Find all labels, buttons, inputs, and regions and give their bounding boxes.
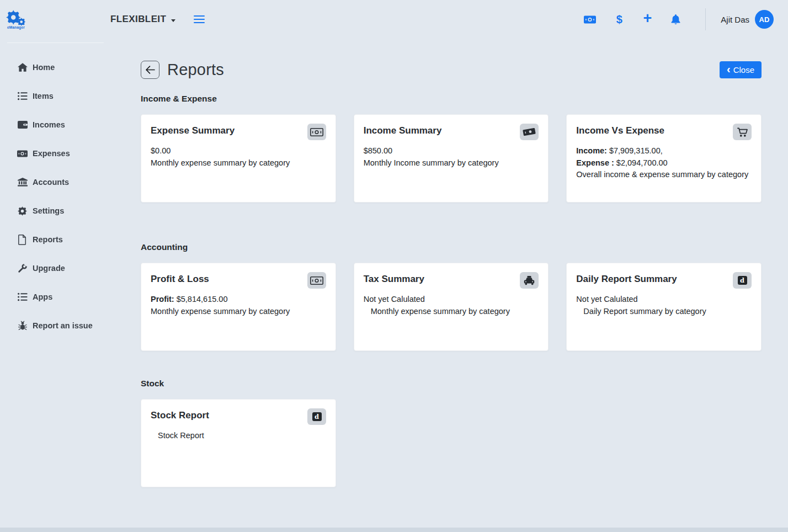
card-line: Not yet Calulated bbox=[364, 294, 539, 306]
back-button[interactable] bbox=[141, 61, 159, 79]
sidebar-item-incomes[interactable]: Incomes bbox=[0, 110, 110, 139]
report-card-tax-summary[interactable]: Tax SummaryNot yet CalulatedMonthly expe… bbox=[354, 263, 549, 351]
sidebar-item-items[interactable]: Items bbox=[0, 82, 110, 110]
sidebar-item-settings[interactable]: Settings bbox=[0, 196, 110, 225]
section-accounting: AccountingProfit & LossProfit: $5,814,61… bbox=[141, 242, 762, 351]
sidebar-item-apps[interactable]: Apps bbox=[0, 283, 110, 311]
plus-icon[interactable]: + bbox=[642, 13, 652, 26]
card-line: Monthly Income summary by category bbox=[364, 157, 539, 169]
page-header: Reports ‹ Close bbox=[141, 61, 762, 79]
card-line: $850.00 bbox=[364, 145, 539, 157]
card-body: Income: $7,909,315.00,Expense : $2,094,7… bbox=[576, 145, 752, 181]
card-title: Income Vs Expense bbox=[576, 124, 664, 136]
topbar-divider bbox=[705, 8, 706, 30]
card-line: Daily Report summary by category bbox=[576, 306, 752, 318]
card-title: Expense Summary bbox=[151, 124, 235, 136]
caret-down-icon bbox=[171, 19, 175, 22]
card-head: Profit & Loss bbox=[151, 272, 326, 289]
card-line: Not yet Calulated bbox=[576, 294, 752, 306]
sidebar-item-label: Settings bbox=[33, 205, 64, 216]
brand-name: FLEXIBLEIT bbox=[110, 14, 166, 25]
sidebar-item-label: Home bbox=[33, 62, 55, 73]
sidebar-nav: HomeItemsIncomesExpensesAccountsSettings… bbox=[0, 43, 110, 340]
d-icon: d bbox=[307, 408, 326, 425]
money-tilt-icon bbox=[520, 124, 539, 140]
section-title: Accounting bbox=[141, 242, 762, 252]
sidebar-item-label: Incomes bbox=[33, 119, 65, 130]
file-icon bbox=[17, 235, 28, 245]
user-name: Ajit Das bbox=[721, 15, 749, 24]
card-head: Income Summary bbox=[364, 124, 539, 140]
card-line: Income: $7,909,315.00, bbox=[576, 145, 752, 157]
card-body: Not yet CalulatedMonthly expense summary… bbox=[364, 294, 539, 317]
hamburger-menu-icon[interactable] bbox=[194, 15, 205, 23]
sidebar-item-reports[interactable]: Reports bbox=[0, 225, 110, 254]
report-card-expense-summary[interactable]: Expense Summary$0.00Monthly expense summ… bbox=[141, 114, 336, 203]
section-title: Stock bbox=[141, 379, 762, 389]
app-logo[interactable]: eManager bbox=[6, 10, 26, 29]
sidebar-item-label: Accounts bbox=[33, 177, 69, 188]
sidebar-item-accounts[interactable]: Accounts bbox=[0, 168, 110, 196]
card-head: Expense Summary bbox=[151, 124, 326, 140]
card-line: $0.00 bbox=[151, 145, 326, 157]
report-card-income-vs-expense[interactable]: Income Vs ExpenseIncome: $7,909,315.00,E… bbox=[566, 114, 762, 203]
close-button-label: Close bbox=[733, 65, 754, 75]
card-head: Tax Summary bbox=[364, 272, 539, 289]
chevron-left-icon: ‹ bbox=[727, 63, 731, 75]
card-title: Daily Report Summary bbox=[576, 272, 677, 285]
card-body: Stock Report bbox=[151, 430, 326, 442]
bank-icon bbox=[17, 178, 28, 187]
card-body: Not yet CalulatedDaily Report summary by… bbox=[576, 294, 752, 317]
list-icon bbox=[17, 92, 28, 100]
card-title: Income Summary bbox=[364, 124, 442, 136]
money-outline-icon bbox=[307, 124, 326, 140]
wrench-icon bbox=[17, 263, 28, 273]
cart-icon bbox=[733, 124, 752, 140]
report-card-stock-report[interactable]: Stock ReportdStock Report bbox=[141, 399, 336, 487]
topbar-left: eManager bbox=[0, 10, 110, 29]
sidebar-item-report-an-issue[interactable]: Report an issue bbox=[0, 311, 110, 340]
main-content: Reports ‹ Close Income & ExpenseExpense … bbox=[110, 39, 788, 487]
report-card-profit-loss[interactable]: Profit & LossProfit: $5,814,615.00Monthl… bbox=[141, 263, 336, 351]
bug-icon bbox=[17, 321, 28, 331]
card-line: Monthly expense summary by category bbox=[364, 306, 539, 318]
card-head: Stock Reportd bbox=[151, 408, 326, 425]
brand-dropdown[interactable]: FLEXIBLEIT bbox=[110, 14, 175, 25]
bottom-scrollbar-track[interactable] bbox=[0, 528, 788, 532]
close-button[interactable]: ‹ Close bbox=[720, 61, 762, 78]
section-stock: StockStock ReportdStock Report bbox=[141, 379, 762, 487]
money-icon bbox=[17, 150, 28, 158]
topbar-right: $+ Ajit Das AD bbox=[584, 8, 788, 30]
sidebar-item-upgrade[interactable]: Upgrade bbox=[0, 254, 110, 283]
taxi-icon bbox=[520, 272, 539, 289]
card-line: Expense : $2,094,700.00 bbox=[576, 157, 752, 169]
card-line: Monthly expense summary by category bbox=[151, 306, 326, 318]
card-title: Profit & Loss bbox=[151, 272, 209, 285]
sidebar-item-label: Report an issue bbox=[33, 320, 93, 331]
sidebar-item-label: Expenses bbox=[33, 148, 70, 159]
topbar-actions: $+ bbox=[584, 13, 680, 26]
avatar: AD bbox=[755, 10, 774, 29]
report-card-income-summary[interactable]: Income Summary$850.00Monthly Income summ… bbox=[354, 114, 549, 203]
card-line: Profit: $5,814,615.00 bbox=[151, 294, 326, 306]
report-card-daily-report-summary[interactable]: Daily Report SummarydNot yet CalulatedDa… bbox=[566, 263, 762, 351]
user-menu[interactable]: Ajit Das AD bbox=[721, 10, 774, 29]
bell-icon[interactable] bbox=[670, 14, 680, 25]
sidebar-item-expenses[interactable]: Expenses bbox=[0, 139, 110, 168]
sidebar-item-home[interactable]: Home bbox=[0, 53, 110, 82]
money-icon[interactable] bbox=[584, 15, 596, 24]
card-body: Profit: $5,814,615.00Monthly expense sum… bbox=[151, 294, 326, 317]
card-grid: Stock ReportdStock Report bbox=[141, 399, 762, 487]
card-body: $850.00Monthly Income summary by categor… bbox=[364, 145, 539, 169]
topbar: eManager FLEXIBLEIT $+ Ajit Das AD bbox=[0, 0, 788, 39]
card-head: Income Vs Expense bbox=[576, 124, 752, 140]
list-icon bbox=[17, 292, 28, 301]
card-line: Stock Report bbox=[151, 430, 326, 442]
home-icon bbox=[17, 63, 28, 72]
logo-subtext: eManager bbox=[7, 25, 25, 29]
dollar-icon[interactable]: $ bbox=[614, 14, 624, 25]
section-title: Income & Expense bbox=[141, 94, 762, 104]
sidebar-item-label: Apps bbox=[33, 291, 52, 302]
wallet-icon bbox=[17, 121, 28, 129]
back-arrow-icon bbox=[146, 66, 155, 74]
